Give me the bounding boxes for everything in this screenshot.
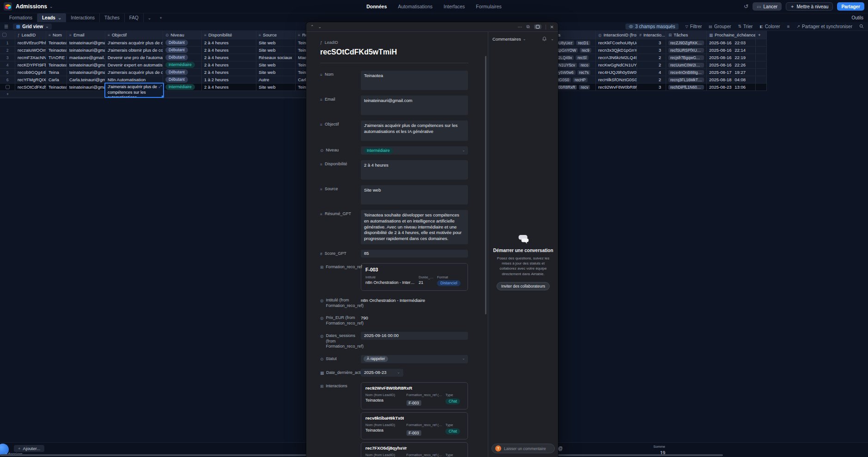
cell[interactable]: Réseaux sociaux (256, 54, 296, 61)
cell[interactable]: Débutant (163, 76, 202, 84)
search-icon[interactable] (859, 24, 864, 29)
cell[interactable]: recob9GQg44hjO... (15, 69, 46, 76)
row-checkbox[interactable] (6, 85, 10, 89)
taches-cell[interactable]: recUumC0W2IUw2KDK (666, 61, 707, 69)
linked-record-card[interactable]: F-003IntituléDurée_heuresFormatn8n Orche… (361, 263, 468, 291)
cell[interactable]: 2 à 4 heures (202, 69, 256, 76)
table-row[interactable]: recKkFCoehoU8yUezrecD1recKkFCoehoU8yUez,… (530, 39, 767, 47)
cell[interactable]: teinateinauri@gmail.com (67, 61, 105, 69)
cell[interactable]: J'aimerais acquérir plus de compétences … (105, 69, 163, 76)
table-row[interactable]: recSOtCdFKd5wT...Teinaoteateinateinauri@… (0, 84, 351, 91)
cell[interactable]: Carla.teinauri@gmail.com (67, 76, 105, 84)
cell[interactable]: 2 à 4 heures (202, 61, 256, 69)
group-button[interactable]: ▤Grouper (709, 24, 731, 29)
tools-label[interactable]: Outils (851, 15, 868, 20)
interaction-card[interactable]: rec7FXO5dj8qyhsVrNom (from LeadID)Format… (361, 442, 468, 457)
interaction-id-cell[interactable]: recKkFCoehoU8yUez, recD... (596, 39, 637, 47)
cell[interactable]: Autre (256, 76, 296, 84)
text-field-input[interactable]: 2 à 4 heures (361, 160, 468, 180)
interaction-id-cell[interactable]: rec92WvF8W0bR8RxR, recv... (596, 84, 637, 91)
taches-cell[interactable]: rece4nOnB88Igd31l (666, 69, 707, 76)
interaction-card[interactable]: recv8ktibaH9kTx0INom (from LeadID)Format… (361, 412, 468, 439)
share-button[interactable]: Partager (837, 2, 864, 11)
mention-icon[interactable]: @ (558, 446, 563, 451)
cell[interactable]: Intermédiaire (163, 61, 202, 69)
cell[interactable]: 2 à 4 heures (202, 54, 256, 61)
echeance-cell[interactable]: 2025-08-1719:27 (707, 69, 756, 76)
column-header-+[interactable]: + (756, 31, 767, 39)
column-header-Source[interactable]: ≡Source (256, 31, 296, 39)
echeance-cell[interactable]: 2025-08-1622:03 (707, 39, 756, 47)
close-modal-icon[interactable]: ✕ (550, 24, 554, 30)
cell[interactable]: Teinaotea (46, 47, 67, 54)
table-row[interactable]: 5recob9GQg44hjO...Teinateinateinauri@gma… (0, 69, 351, 76)
add-record-button[interactable]: +Ajouter... (14, 445, 44, 452)
tab-leads[interactable]: Leads⌄ (37, 13, 66, 22)
table-row[interactable]: 3recmF3XacNNxX...TIAORE Mae...maetiaore@… (0, 54, 351, 61)
column-header-Disponibilité[interactable]: ≡Disponibilité (202, 31, 256, 39)
linked-record-pill[interactable]: recZJ9DZgRKK3PlgE (668, 41, 704, 45)
interaction-count-cell[interactable]: 4 (637, 69, 666, 76)
cell[interactable]: recYFMgRQIXmZ... (15, 76, 46, 84)
field-input[interactable]: 85 (361, 250, 468, 258)
cell[interactable]: 1 à 2 heures (202, 76, 256, 84)
echeance-cell[interactable]: 2025-08-1804:08 (707, 76, 756, 84)
cell[interactable]: 6 (0, 76, 15, 84)
cell[interactable]: 1 (0, 39, 15, 47)
linked-record-pill[interactable]: rec7s (577, 70, 591, 75)
cell[interactable]: teinateinauri@gmail.com (67, 39, 105, 47)
interaction-count-cell[interactable]: 3 (637, 84, 666, 91)
record-scrollbar[interactable] (485, 56, 486, 314)
tab-faq[interactable]: FAQ (125, 13, 144, 22)
app-menu-chevron-icon[interactable]: ⌄ (49, 4, 53, 9)
cell[interactable]: Débutant (163, 47, 202, 54)
cell[interactable]: recKDYPFt9FbqV... (15, 61, 46, 69)
linked-record-pill[interactable]: rechDiPfL1N60oCuo (668, 85, 704, 90)
top-nav-interfaces[interactable]: Interfaces (443, 4, 465, 9)
echeance-cell[interactable]: 2025-08-1622:26 (707, 61, 756, 69)
add-table-icon[interactable]: + (155, 16, 166, 20)
select-all-checkbox[interactable] (2, 33, 6, 37)
upgrade-button[interactable]: ✦Mettre à niveau (786, 2, 833, 11)
taches-cell[interactable]: rechDiPfL1N60oCuo (666, 84, 707, 91)
comments-chevron-icon[interactable]: ⌄ (523, 37, 526, 41)
cell[interactable]: Carla (46, 76, 67, 84)
view-switcher[interactable]: ⊞ Grid view ⌄ (13, 24, 52, 30)
column-header-Tâches[interactable]: ⊞Tâches (666, 31, 707, 39)
active-cell-editor[interactable]: J'aimerais acquérir plus de compétences … (104, 83, 164, 98)
share-sync-button[interactable]: ↗Partager et synchroniser (797, 24, 853, 29)
cell[interactable]: 3 (0, 54, 15, 61)
echeance-cell[interactable]: 2025-08-1622:19 (707, 54, 756, 61)
comments-title[interactable]: Commentaires (492, 36, 521, 42)
cell[interactable] (0, 84, 15, 91)
top-nav-automatisations[interactable]: Automatisations (398, 4, 433, 9)
previous-record-icon[interactable]: ⌃ (310, 24, 314, 29)
cell[interactable]: reczaIuWOOmg... (15, 47, 46, 54)
add-row-button[interactable]: + (0, 91, 351, 98)
cell[interactable]: Site web (256, 61, 296, 69)
airtable-logo-icon[interactable] (4, 2, 12, 11)
linked-record-pill[interactable]: recfSURSPfXUVdhGE (668, 48, 704, 53)
interaction-count-cell[interactable]: 3 (637, 47, 666, 54)
column-header-Interactio...[interactable]: #Interactio... (637, 31, 666, 39)
table-row[interactable]: 2reczaIuWOOmg...Teinaoteateinateinauri@g… (0, 47, 351, 54)
select-field[interactable]: Intermédiaire⌄ (361, 146, 468, 155)
cell[interactable]: Site web (256, 47, 296, 54)
hidden-fields-button[interactable]: 3 champs masqués (625, 24, 679, 30)
linked-record-pill[interactable]: recjsfr7BgqwGNDsE (668, 55, 704, 60)
linked-record-pill[interactable]: recUumC0W2IUw2KDK (668, 63, 704, 67)
cell[interactable]: Devenir une pro de l'automatisation (105, 54, 163, 61)
cell[interactable]: 4 (0, 61, 15, 69)
field-input[interactable]: 2025-09-16 00:00 (361, 332, 468, 340)
column-header-InteractionID (from ...[interactable]: ◎InteractionID (from ... (596, 31, 637, 39)
row-height-button[interactable]: ≡ (787, 24, 790, 29)
cell[interactable]: Teina (46, 69, 67, 76)
cell[interactable]: recmF3XacNNxX... (15, 54, 46, 61)
text-field-input[interactable]: Teinaotea souhaite développer ses compét… (361, 210, 468, 244)
cell[interactable]: Teinaotea (46, 39, 67, 47)
linked-record-pill[interactable]: recSl (576, 55, 588, 60)
table-row[interactable]: recKwGgNdCN1UY5cvrecorecKwGgNdCN1UY5cv, … (530, 61, 767, 69)
column-header-Prochaine_échéance[interactable]: ▦Prochaine_échéance (707, 31, 756, 39)
linked-record-pill[interactable]: recD1 (576, 41, 590, 45)
top-nav-formulaires[interactable]: Formulaires (476, 4, 501, 9)
